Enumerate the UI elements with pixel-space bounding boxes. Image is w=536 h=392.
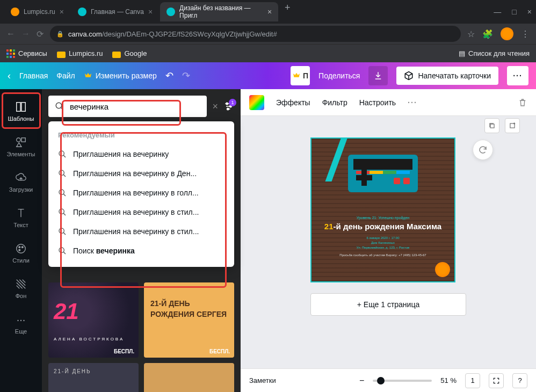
reading-list-button[interactable]: ▤ Список для чтения <box>459 49 530 57</box>
sidebar-text[interactable]: Текст <box>0 200 42 235</box>
free-label: БЕСПЛ. <box>209 349 230 354</box>
help-icon[interactable]: ? <box>512 373 527 388</box>
template-card[interactable]: 21-Й ДЕНЬ РОЖДЕНИЯ СЕРГЕЯ БЕСПЛ. <box>144 282 234 358</box>
filter-button[interactable]: 1 <box>223 101 234 112</box>
home-button[interactable]: Главная <box>19 71 48 80</box>
add-page-button[interactable]: + Еще 1 страница <box>310 293 466 316</box>
close-icon[interactable]: × <box>267 8 272 16</box>
effects-button[interactable]: Эффекты <box>276 98 310 107</box>
trash-icon[interactable] <box>518 98 527 107</box>
sidebar-uploads[interactable]: Загрузки <box>0 164 42 200</box>
file-button[interactable]: Файл <box>56 71 75 80</box>
more-button[interactable]: ··· <box>507 66 528 85</box>
download-button[interactable] <box>368 66 388 85</box>
search-input[interactable] <box>70 102 200 111</box>
suggestion-2[interactable]: Приглашения на вечеринку в голл... <box>53 183 230 202</box>
url-input[interactable]: 🔒 canva.com/design/DAEm-QJGP2E/fS26SWcyX… <box>50 26 461 42</box>
template-card[interactable]: 21-Й ДЕНЬ <box>48 363 139 392</box>
canvas-area: Эффекты Фильтр Настроить ··· <box>241 89 536 392</box>
tab-2[interactable]: Дизайн без названия — Пригл × <box>160 2 278 21</box>
search-icon <box>58 150 68 158</box>
bookmark-google[interactable]: Google <box>112 49 147 57</box>
undo-icon[interactable]: ↶ <box>165 70 173 82</box>
folder-icon <box>112 52 121 58</box>
notes-button[interactable]: Заметки <box>249 376 351 384</box>
premium-button[interactable]: П <box>291 66 310 85</box>
close-button[interactable]: × <box>527 8 532 16</box>
duplicate-page-icon[interactable] <box>484 118 499 133</box>
bookmark-lumpics[interactable]: Lumpics.ru <box>57 49 103 57</box>
color-picker[interactable] <box>249 95 264 110</box>
suggestion-4[interactable]: Приглашения на вечеринку в стил... <box>53 222 230 241</box>
filter-badge: 1 <box>229 99 236 106</box>
sidebar-more[interactable]: ··· Еще <box>0 306 42 342</box>
svg-point-8 <box>56 103 62 108</box>
clear-search-icon[interactable]: × <box>212 101 218 112</box>
free-label: БЕСПЛ. <box>114 349 134 354</box>
resize-button[interactable]: Изменить размер <box>84 71 157 80</box>
forward-button[interactable]: → <box>21 29 30 39</box>
svg-point-16 <box>59 228 64 233</box>
page-controls <box>484 118 520 133</box>
templates-icon <box>15 100 27 113</box>
suggestion-3[interactable]: Приглашения на вечеринку в стил... <box>53 202 230 222</box>
svg-point-4 <box>17 244 26 253</box>
tab-1[interactable]: Главная — Canva × <box>71 2 159 21</box>
suggestion-search[interactable]: Поиск вечеринка <box>53 241 230 260</box>
new-tab-button[interactable]: + <box>279 2 296 21</box>
print-button[interactable]: Напечатать карточки <box>396 67 498 85</box>
back-icon[interactable]: ‹ <box>8 70 11 82</box>
canvas-toolbar: Эффекты Фильтр Настроить ··· <box>241 89 536 116</box>
list-icon: ▤ <box>459 49 465 57</box>
menu-icon[interactable]: ⋮ <box>521 29 530 39</box>
adjust-button[interactable]: Настроить <box>359 98 396 107</box>
maximize-button[interactable]: □ <box>512 8 516 16</box>
zoom-slider[interactable] <box>373 380 432 382</box>
suggestion-1[interactable]: Приглашения на вечеринку в Ден... <box>53 164 230 183</box>
back-button[interactable]: ← <box>6 29 15 39</box>
search-for-prefix: Поиск <box>73 246 96 255</box>
sidebar-elements[interactable]: Элементы <box>0 129 42 164</box>
info-text: 6 января 2020 г. 17:00 Дом Калининых Ул.… <box>312 236 454 250</box>
add-page-icon[interactable] <box>505 118 520 133</box>
filter-button[interactable]: Фильтр <box>322 98 347 107</box>
svg-point-2 <box>17 138 20 142</box>
tab-0[interactable]: Lumpics.ru × <box>4 2 70 21</box>
dropdown-header: Рекомендуемый <box>53 128 230 144</box>
minimize-button[interactable]: — <box>494 8 501 16</box>
controller-graphic <box>348 155 418 192</box>
bookmark-services[interactable]: Сервисы <box>6 49 47 58</box>
services-icon <box>6 49 15 58</box>
svg-point-12 <box>59 151 64 156</box>
download-icon <box>373 71 383 81</box>
extension-icon[interactable]: 🧩 <box>482 29 493 39</box>
suggestion-0[interactable]: Приглашения на вечеринку <box>53 144 230 164</box>
design-canvas[interactable]: Уровень 21: Успешно пройден 21-й день ро… <box>310 137 455 282</box>
reload-button[interactable]: ⟳ <box>37 29 44 39</box>
sidebar-styles[interactable]: Стили <box>0 235 42 271</box>
window-controls: — □ × <box>494 8 532 16</box>
profile-avatar[interactable] <box>501 27 513 40</box>
page-indicator[interactable]: 1 <box>465 373 480 388</box>
close-icon[interactable]: × <box>60 8 64 16</box>
close-icon[interactable]: × <box>148 8 153 16</box>
svg-point-15 <box>59 209 64 214</box>
share-button[interactable]: Поделиться <box>318 71 360 80</box>
redo-icon[interactable]: ↷ <box>182 70 190 82</box>
search-dropdown: Рекомендуемый Приглашения на вечеринку П… <box>48 121 234 267</box>
fullscreen-icon[interactable] <box>489 373 504 388</box>
svg-rect-0 <box>17 103 20 112</box>
star-icon[interactable]: ☆ <box>467 29 475 39</box>
template-card[interactable] <box>144 363 234 392</box>
canvas-body[interactable]: Уровень 21: Успешно пройден 21-й день ро… <box>241 116 536 368</box>
refresh-button[interactable] <box>473 140 493 160</box>
more-icon[interactable]: ··· <box>408 98 417 107</box>
folder-icon <box>57 52 66 58</box>
sidebar-templates[interactable]: Шаблоны <box>0 93 42 129</box>
template-card[interactable]: 21 АЛЕНА ВОСТРЯКОВА БЕСПЛ. <box>48 282 139 358</box>
sidebar-background[interactable]: Фон <box>0 271 42 306</box>
favicon-canva <box>166 8 175 16</box>
bookmark-label: Lumpics.ru <box>69 49 103 57</box>
crown-icon <box>292 71 301 80</box>
search-box[interactable] <box>48 96 207 117</box>
